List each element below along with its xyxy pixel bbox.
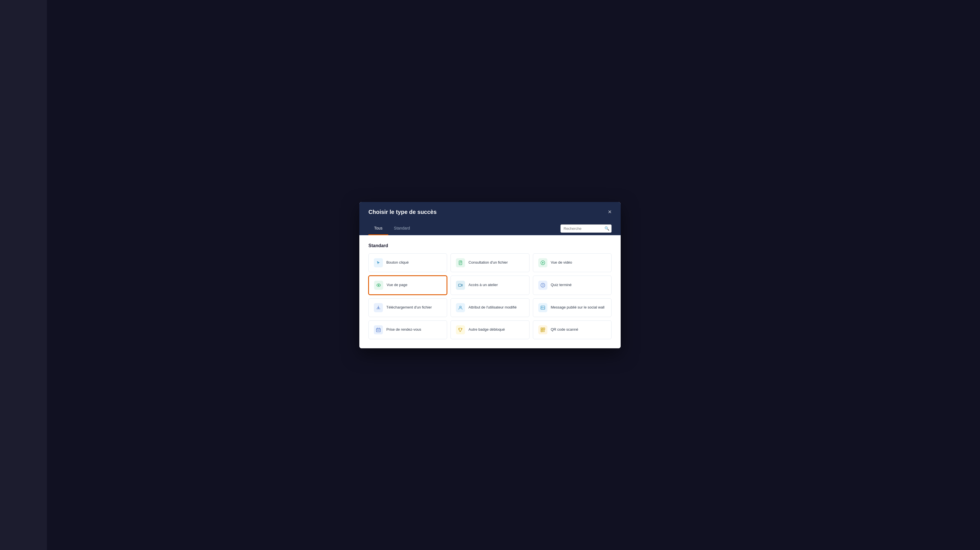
item-label-bouton-clique: Bouton cliqué (386, 260, 409, 265)
dialog: Choisir le type de succès × Tous Standar… (360, 202, 620, 348)
item-telechargement[interactable]: Téléchargement d'un fichier (368, 298, 447, 317)
item-rendez-vous[interactable]: Prise de rendez-vous (368, 321, 447, 339)
item-qr-code[interactable]: QR code scanné (533, 321, 612, 339)
item-label-vue-video: Vue de vidéo (551, 260, 572, 265)
search-input[interactable] (560, 224, 612, 233)
search-container: 🔍 (560, 224, 612, 233)
svg-text:?: ? (542, 284, 544, 287)
item-label-qr: QR code scanné (551, 327, 578, 332)
image-icon (538, 303, 547, 312)
close-button[interactable]: × (608, 209, 612, 215)
item-label-attribut: Attribut de l'utilisateur modifié (468, 305, 516, 310)
svg-rect-13 (379, 330, 380, 331)
item-vue-video[interactable]: Vue de vidéo (533, 253, 612, 272)
tabs-bar: Tous Standard 🔍 (360, 222, 620, 235)
item-label-message: Message publié sur le social wall (551, 305, 605, 310)
tab-standard[interactable]: Standard (388, 223, 416, 235)
item-label-acces-atelier: Accès à un atelier (468, 282, 498, 288)
item-label-rendez-vous: Prise de rendez-vous (386, 327, 421, 332)
item-vue-page[interactable]: Vue de page (368, 275, 447, 295)
section-title: Standard (368, 243, 612, 248)
items-grid: Bouton cliqué Consultation d'un fichier (368, 253, 612, 339)
svg-rect-11 (377, 330, 378, 331)
item-label-consultation: Consultation d'un fichier (468, 260, 508, 265)
sidebar-hint (0, 0, 47, 550)
svg-point-3 (378, 285, 380, 286)
cursor-icon (374, 258, 383, 267)
search-icon-button[interactable]: 🔍 (605, 226, 609, 230)
dialog-title: Choisir le type de succès (368, 209, 437, 215)
question-icon: ? (538, 281, 547, 290)
item-label-telechargement: Téléchargement d'un fichier (386, 305, 432, 310)
item-autre-badge[interactable]: Autre badge débloqué (450, 321, 529, 339)
trophy-icon (456, 325, 465, 334)
doc-icon (456, 258, 465, 267)
svg-rect-8 (541, 306, 545, 309)
item-label-quiz: Quiz terminé (551, 282, 572, 288)
eye-icon (374, 281, 383, 290)
play-icon (538, 258, 547, 267)
camera-icon (456, 281, 465, 290)
calendar-icon (374, 325, 383, 334)
background-overlay: Choisir le type de succès × Tous Standar… (0, 0, 980, 550)
svg-rect-4 (458, 284, 461, 286)
qr-icon (538, 325, 547, 334)
item-label-badge: Autre badge débloqué (468, 327, 505, 332)
download-icon (374, 303, 383, 312)
tabs-list: Tous Standard (368, 222, 415, 235)
svg-rect-12 (378, 330, 379, 331)
svg-point-7 (460, 306, 461, 308)
item-acces-atelier[interactable]: Accès à un atelier (450, 275, 529, 295)
user-icon (456, 303, 465, 312)
item-attribut-utilisateur[interactable]: Attribut de l'utilisateur modifié (450, 298, 529, 317)
search-icon: 🔍 (605, 226, 609, 230)
item-message-social[interactable]: Message publié sur le social wall (533, 298, 612, 317)
item-consultation-fichier[interactable]: Consultation d'un fichier (450, 253, 529, 272)
item-bouton-clique[interactable]: Bouton cliqué (368, 253, 447, 272)
svg-marker-2 (542, 262, 544, 264)
item-quiz-termine[interactable]: ? Quiz terminé (533, 275, 612, 295)
dialog-body: Standard Bouton cliqué (360, 235, 620, 348)
search-input-wrap: 🔍 (560, 224, 612, 233)
svg-rect-15 (541, 328, 542, 329)
tab-tous[interactable]: Tous (368, 223, 388, 235)
dialog-header: Choisir le type de succès × (360, 202, 620, 222)
item-label-vue-page: Vue de page (387, 282, 407, 288)
svg-rect-17 (544, 328, 544, 329)
svg-rect-19 (541, 331, 542, 331)
